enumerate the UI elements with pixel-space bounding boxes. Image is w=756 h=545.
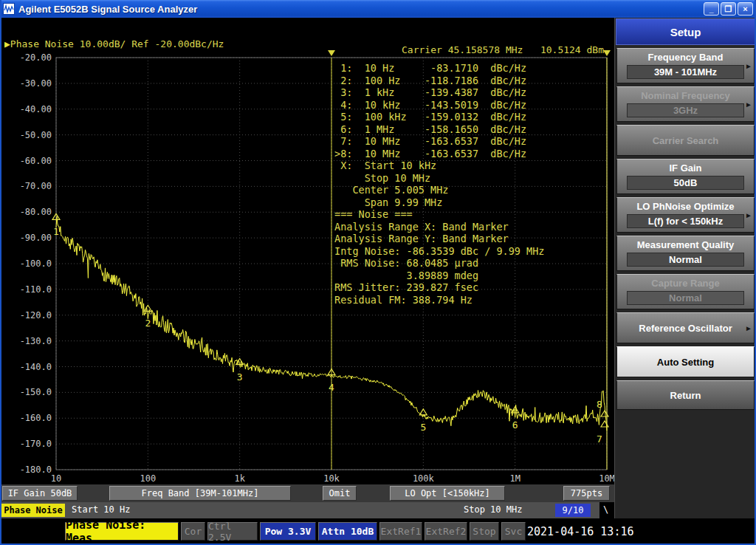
menu-item-value: 50dB <box>627 176 744 190</box>
menu-item-auto-setting[interactable]: Auto Setting <box>616 346 755 377</box>
svg-text:-100.0: -100.0 <box>20 258 52 269</box>
menu-item-lo-phnoise-optimize[interactable]: LO PhNoise OptimizeL(f) for < 150kHz► <box>616 197 755 233</box>
window-titlebar: Agilent E5052B Signal Source Analyzer _ … <box>0 0 756 18</box>
trace-status-row: Phase Noise Start 10 Hz Stop 10 MHz 9/10… <box>0 502 614 518</box>
svg-text:3: 3 <box>237 371 243 383</box>
svg-text:4: 4 <box>329 382 334 393</box>
bottom-stop: Stop <box>470 522 499 541</box>
bottom-svc: Svc <box>501 522 526 541</box>
status1-freqband: Freq Band [39M-101MHz] <box>109 486 291 501</box>
svg-text:-50.00: -50.00 <box>20 130 52 140</box>
svg-text:6: 6 <box>512 419 518 431</box>
svg-text:1: 1 <box>53 226 59 237</box>
svg-text:-150.0: -150.0 <box>20 387 52 397</box>
svg-text:5: 5 <box>420 422 426 433</box>
svg-text:-130.0: -130.0 <box>20 336 52 346</box>
menu-title: Setup <box>616 18 755 45</box>
marker-readout-panel: 1: 10 Hz -83.1710 dBc/Hz 2: 100 Hz -118.… <box>334 62 544 306</box>
maximize-button[interactable]: ❐ <box>721 2 736 16</box>
menu-item-reference-oscillator[interactable]: Reference Oscillator► <box>616 312 755 343</box>
menu-item-carrier-search: Carrier Search <box>616 125 755 156</box>
bottom-extref2: ExtRef2 <box>425 522 467 541</box>
svg-text:7: 7 <box>597 433 602 445</box>
menu-item-value: Normal <box>627 253 744 267</box>
menu-item-measurement-quality[interactable]: Measurement QualityNormal <box>616 236 755 271</box>
svg-text:1M: 1M <box>509 473 520 484</box>
menu-item-if-gain[interactable]: IF Gain50dB <box>616 159 755 194</box>
phase-noise-plot-region: -20.00-30.00-40.00-50.00-60.00-70.00-80.… <box>0 18 614 484</box>
status1-omit: Omit <box>323 486 357 501</box>
status1-loopt: LO Opt [<150kHz] <box>390 486 505 501</box>
svg-text:-70.00: -70.00 <box>20 181 52 191</box>
menu-item-value: Normal <box>627 291 744 305</box>
bottom-attn: Attn 10dB <box>318 522 377 541</box>
svg-text:-170.0: -170.0 <box>20 439 52 449</box>
svg-text:10k: 10k <box>323 473 340 484</box>
submenu-arrow-icon: ► <box>745 211 752 219</box>
instrument-status-bar: Phase Noise: MeasCorCtrl 2.5VPow 3.3VAtt… <box>0 518 756 545</box>
svg-text:-20.00: -20.00 <box>20 52 52 63</box>
svg-text:-40.00: -40.00 <box>20 104 52 114</box>
svg-text:2: 2 <box>145 318 151 329</box>
menu-item-label: Measurement Quality <box>617 236 754 250</box>
menu-item-label: Return <box>670 390 701 401</box>
bottom-ctrl: Ctrl 2.5V <box>207 522 258 541</box>
svg-text:-80.00: -80.00 <box>20 207 52 217</box>
svg-text:-140.0: -140.0 <box>20 362 52 372</box>
svg-text:-60.00: -60.00 <box>20 156 52 166</box>
svg-text:8: 8 <box>597 399 602 410</box>
bottom-meas: Phase Noise: Meas <box>65 522 179 541</box>
carrier-readout: Carrier 45.158578 MHz 10.5124 dBm <box>402 44 604 55</box>
menu-item-frequency-band[interactable]: Frequency Band39M - 101MHz► <box>616 48 755 83</box>
menu-item-label: Reference Oscillator <box>639 323 732 334</box>
bottom-cor: Cor <box>181 522 205 541</box>
menu-item-label: Auto Setting <box>657 357 714 368</box>
instrument-screen: Agilent E5052B Signal Source Analyzer _ … <box>0 0 756 545</box>
menu-item-nominal-frequency: Nominal Frequency3GHz► <box>616 86 755 122</box>
bottom-pow: Pow 3.3V <box>260 522 316 541</box>
svg-text:100k: 100k <box>413 473 435 484</box>
menu-item-label: Frequency Band <box>617 49 754 63</box>
submenu-arrow-icon: ► <box>745 62 752 70</box>
menu-item-value: 39M - 101MHz <box>627 65 744 79</box>
menu-item-value: L(f) for < 150kHz <box>627 214 744 228</box>
status1-ifgain: IF Gain 50dB <box>2 486 78 501</box>
svg-text:10M: 10M <box>599 473 614 484</box>
softkey-menu: Setup Frequency Band39M - 101MHz►Nominal… <box>614 18 756 518</box>
trace-status-bar: Phase Noise Start 10 Hz Stop 10 MHz 9/10 <box>0 502 599 518</box>
svg-text:10: 10 <box>51 473 61 484</box>
menu-item-label: Nominal Frequency <box>617 87 754 101</box>
menu-item-label: IF Gain <box>617 160 754 174</box>
tab-phase-noise[interactable]: Phase Noise <box>1 504 65 517</box>
menu-item-value: 3GHz <box>627 103 744 117</box>
window-title: Agilent E5052B Signal Source Analyzer <box>18 4 702 15</box>
menu-item-label: Capture Range <box>617 275 754 289</box>
svg-text:1k: 1k <box>234 473 245 484</box>
submenu-arrow-icon: ► <box>745 324 752 332</box>
trace-scale-label: ▶Phase Noise 10.00dB/ Ref -20.00dBc/Hz <box>4 38 224 49</box>
sweep-start-label: Start 10 Hz <box>72 504 130 515</box>
svg-text:-120.0: -120.0 <box>20 310 52 321</box>
close-button[interactable]: × <box>738 2 753 16</box>
svg-text:-160.0: -160.0 <box>20 413 52 423</box>
svg-text:-110.0: -110.0 <box>20 284 52 295</box>
svg-text:100: 100 <box>140 473 156 484</box>
menu-item-capture-range: Capture RangeNormal <box>616 274 755 309</box>
status1-points: 775pts <box>563 486 610 501</box>
sweep-stop-label: Stop 10 MHz <box>464 504 522 515</box>
trace-pointer-icon: ▶ <box>4 38 10 49</box>
submenu-arrow-icon: ► <box>745 100 752 109</box>
menu-item-return[interactable]: Return <box>616 380 755 410</box>
marker-page-badge: 9/10 <box>555 504 591 517</box>
menu-item-label: LO PhNoise Optimize <box>617 198 754 212</box>
measurement-status-row: IF Gain 50dBFreq Band [39M-101MHz]OmitLO… <box>0 484 614 502</box>
sweep-indicator: \ <box>603 504 608 515</box>
minimize-button[interactable]: _ <box>704 2 719 16</box>
app-icon <box>3 3 15 15</box>
bottom-datetime: 2021-04-16 13:16 <box>527 522 634 541</box>
svg-text:-180.0: -180.0 <box>20 465 52 475</box>
svg-text:-30.00: -30.00 <box>20 78 52 89</box>
bottom-extref1: ExtRef1 <box>379 522 422 541</box>
svg-text:-90.00: -90.00 <box>20 233 52 243</box>
menu-item-label: Carrier Search <box>653 135 719 146</box>
